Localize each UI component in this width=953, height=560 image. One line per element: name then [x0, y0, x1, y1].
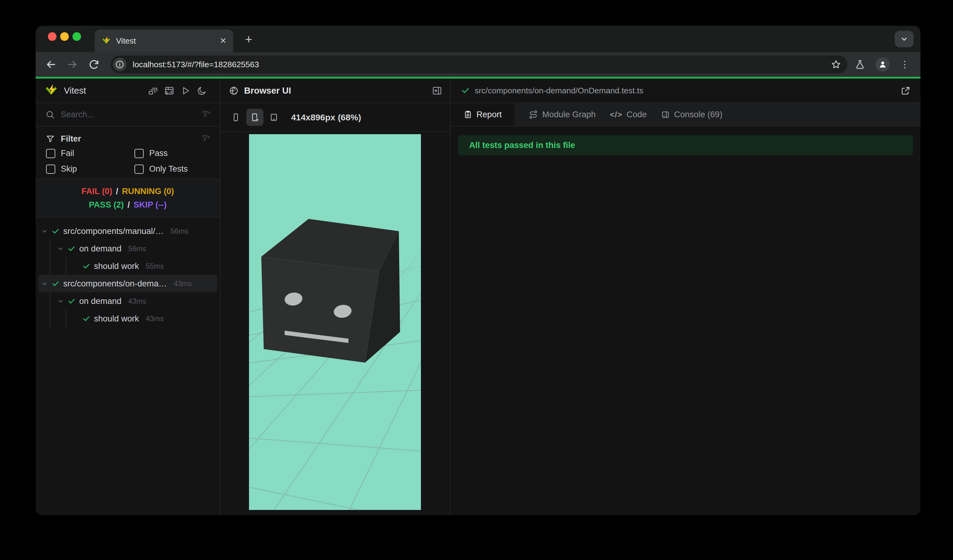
pass-check-icon	[461, 86, 470, 95]
skip-count: SKIP (--)	[133, 200, 167, 210]
tree-row-test[interactable]: should work 55ms	[36, 257, 220, 275]
vitest-app: Vitest	[36, 79, 920, 515]
robot-cube	[261, 219, 400, 363]
pass-check-icon	[51, 227, 60, 235]
tab-strip: Vitest ✕ +	[36, 26, 920, 52]
tab-label: Console (69)	[674, 110, 722, 119]
fail-checkbox[interactable]	[46, 149, 55, 158]
status-line-2: PASS (2) / SKIP (--)	[89, 200, 167, 210]
vitest-logo-icon	[44, 84, 58, 98]
console-icon	[661, 110, 670, 119]
browser-panel-header: Browser UI	[220, 79, 450, 103]
traffic-light-close[interactable]	[48, 32, 56, 41]
viewport-toolbar: 414x896px (68%)	[220, 103, 450, 132]
test-label: should work	[94, 261, 139, 271]
vitest-favicon-icon	[101, 36, 111, 46]
test-duration: 56ms	[171, 227, 188, 236]
chevron-down-icon	[900, 34, 909, 43]
tester-viewport[interactable]	[249, 134, 421, 510]
browser-window: Vitest ✕ +	[36, 26, 920, 515]
tab-label: Module Graph	[542, 110, 596, 119]
open-in-editor-button[interactable]	[900, 86, 911, 96]
tab-console[interactable]: Console (69)	[661, 103, 722, 126]
filter-option-only-tests: Only Tests	[135, 164, 220, 174]
bookmark-star-button[interactable]	[831, 59, 841, 70]
url-text[interactable]: localhost:5173/#/?file=1828625563	[133, 60, 831, 70]
app-title: Vitest	[64, 86, 148, 96]
fail-label[interactable]: Fail	[61, 149, 74, 158]
only-tests-checkbox[interactable]	[135, 164, 144, 174]
pass-label[interactable]: Pass	[149, 149, 168, 158]
tab-module-graph[interactable]: Module Graph	[529, 103, 596, 126]
traffic-light-minimize[interactable]	[60, 32, 69, 41]
dashboard-icon	[164, 86, 174, 96]
tree-row-test[interactable]: should work 43ms	[36, 310, 220, 327]
profile-button[interactable]	[875, 57, 890, 71]
tab-report[interactable]: Report	[451, 103, 515, 126]
reload-button[interactable]	[87, 57, 101, 72]
dashboard-button[interactable]	[164, 86, 174, 96]
filter-section: Filter Fail Pass	[36, 127, 220, 179]
viewport-area	[220, 132, 450, 515]
report-content: All tests passed in this file	[451, 127, 920, 515]
new-tab-button[interactable]: +	[241, 31, 257, 47]
test-status-summary: FAIL (0) / RUNNING (0) PASS (2) / SKIP (…	[36, 179, 220, 217]
skip-checkbox[interactable]	[46, 164, 55, 174]
back-button[interactable]	[43, 57, 58, 72]
search-input[interactable]	[61, 110, 202, 119]
detail-view-button[interactable]	[148, 86, 158, 96]
filter-title: Filter	[61, 134, 202, 144]
test-label: src/components/manual/…	[63, 226, 164, 236]
moon-icon	[197, 86, 207, 96]
test-duration: 56ms	[128, 244, 146, 253]
rendered-3d-scene	[249, 134, 421, 510]
test-duration: 55ms	[146, 262, 164, 270]
run-all-button[interactable]	[180, 86, 191, 96]
pass-checkbox[interactable]	[135, 149, 144, 158]
traffic-light-zoom[interactable]	[73, 32, 81, 41]
filter-option-fail: Fail	[46, 149, 135, 158]
test-tree: src/components/manual/… 56ms on demand 5…	[36, 217, 220, 515]
browser-tab[interactable]: Vitest ✕	[95, 29, 233, 52]
browser-menu-button[interactable]: ⋮	[900, 60, 910, 69]
tab-label: Report	[476, 110, 502, 119]
only-tests-label[interactable]: Only Tests	[149, 164, 188, 174]
status-line-1: FAIL (0) / RUNNING (0)	[81, 186, 174, 196]
address-bar[interactable]: localhost:5173/#/?file=1828625563	[110, 56, 847, 73]
flask-icon	[855, 59, 865, 70]
dark-mode-toggle[interactable]	[197, 86, 207, 96]
preset-tablet-button[interactable]	[265, 109, 282, 126]
chevron-down-icon[interactable]	[41, 228, 48, 234]
preset-large-mobile-button[interactable]	[246, 109, 264, 126]
tree-row-file[interactable]: src/components/manual/… 56ms	[36, 222, 220, 240]
chevron-down-icon[interactable]	[41, 280, 48, 287]
status-separator: /	[127, 200, 130, 210]
dock-panel-button[interactable]	[432, 86, 442, 96]
experiments-button[interactable]	[855, 59, 865, 70]
back-arrow-icon	[45, 59, 56, 70]
tab-close-icon[interactable]: ✕	[219, 37, 227, 45]
chevron-down-icon[interactable]	[57, 298, 64, 304]
tree-row-file-selected[interactable]: src/components/on-dema… 43ms	[38, 275, 217, 292]
chevron-down-icon[interactable]	[57, 245, 64, 252]
banner-text: All tests passed in this file	[469, 140, 575, 150]
clear-filter-icon[interactable]	[202, 110, 211, 119]
clear-filter-icon[interactable]	[202, 134, 211, 143]
avatar-icon	[878, 60, 887, 69]
tree-row-suite[interactable]: on demand 43ms	[36, 292, 220, 310]
tab-code[interactable]: </> Code	[610, 103, 647, 126]
tab-search-button[interactable]	[895, 31, 914, 47]
skip-label[interactable]: Skip	[61, 164, 77, 174]
play-icon	[180, 86, 191, 96]
indent-guide	[66, 310, 66, 327]
tree-row-suite[interactable]: on demand 56ms	[36, 240, 220, 257]
tab-label: Code	[627, 110, 647, 119]
forward-arrow-icon	[67, 59, 78, 70]
results-tabs: Report Module Graph </> Code	[451, 103, 920, 127]
all-tests-passed-banner: All tests passed in this file	[458, 135, 913, 155]
site-info-button[interactable]	[113, 58, 126, 71]
preset-small-mobile-button[interactable]	[227, 109, 244, 126]
fail-count: FAIL (0)	[81, 186, 112, 196]
funnel-icon	[46, 135, 55, 143]
forward-button[interactable]	[65, 57, 80, 72]
